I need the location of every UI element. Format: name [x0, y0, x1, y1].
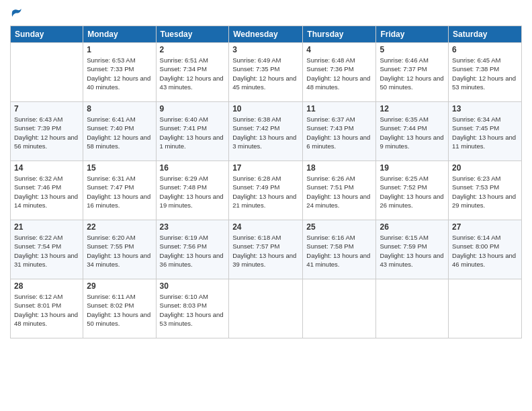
day-number: 15: [87, 163, 152, 173]
day-number: 24: [232, 222, 299, 232]
calendar-cell: 9 Sunrise: 6:40 AM Sunset: 7:41 PM Dayli…: [156, 102, 229, 161]
daylight-text: Daylight: 12 hours and 48 minutes.: [306, 74, 372, 92]
day-info: Sunrise: 6:11 AM Sunset: 8:02 PM Dayligh…: [87, 292, 152, 328]
daylight-text: Daylight: 13 hours and 43 minutes.: [380, 251, 445, 269]
day-info: Sunrise: 6:16 AM Sunset: 7:58 PM Dayligh…: [306, 233, 372, 269]
sunset-text: Sunset: 7:44 PM: [380, 124, 445, 132]
sunset-text: Sunset: 7:39 PM: [14, 124, 79, 132]
daylight-text: Daylight: 13 hours and 39 minutes.: [232, 251, 299, 269]
sunrise-text: Sunrise: 6:11 AM: [87, 292, 152, 301]
day-info: Sunrise: 6:43 AM Sunset: 7:39 PM Dayligh…: [14, 115, 79, 150]
sunrise-text: Sunrise: 6:23 AM: [452, 174, 518, 183]
day-info: Sunrise: 6:38 AM Sunset: 7:42 PM Dayligh…: [232, 115, 299, 150]
daylight-text: Daylight: 13 hours and 53 minutes.: [160, 310, 226, 328]
sunrise-text: Sunrise: 6:12 AM: [14, 292, 79, 301]
sunset-text: Sunset: 7:42 PM: [232, 124, 299, 132]
sunset-text: Sunset: 7:48 PM: [160, 183, 226, 191]
day-number: 25: [306, 222, 372, 232]
sunrise-text: Sunrise: 6:22 AM: [14, 233, 79, 242]
calendar-cell: 24 Sunrise: 6:18 AM Sunset: 7:57 PM Dayl…: [229, 220, 303, 279]
day-info: Sunrise: 6:40 AM Sunset: 7:41 PM Dayligh…: [160, 115, 226, 150]
sunrise-text: Sunrise: 6:19 AM: [160, 233, 226, 242]
sunrise-text: Sunrise: 6:18 AM: [232, 233, 299, 242]
day-number: 20: [452, 163, 518, 173]
daylight-text: Daylight: 12 hours and 58 minutes.: [87, 133, 152, 151]
sunrise-text: Sunrise: 6:15 AM: [380, 233, 445, 242]
sunset-text: Sunset: 7:57 PM: [232, 242, 299, 250]
day-number: 16: [160, 163, 226, 173]
day-number: 6: [452, 45, 518, 54]
sunset-text: Sunset: 8:01 PM: [14, 301, 79, 310]
day-number: 8: [87, 104, 152, 113]
day-info: Sunrise: 6:45 AM Sunset: 7:38 PM Dayligh…: [452, 56, 518, 91]
daylight-text: Daylight: 13 hours and 50 minutes.: [87, 310, 152, 328]
weekday-header-sunday: Sunday: [11, 26, 83, 43]
weekday-header-friday: Friday: [376, 26, 449, 43]
weekday-header-thursday: Thursday: [303, 26, 376, 43]
sunset-text: Sunset: 7:55 PM: [87, 242, 152, 250]
day-number: 5: [380, 45, 445, 54]
sunset-text: Sunset: 8:03 PM: [160, 301, 226, 310]
day-info: Sunrise: 6:32 AM Sunset: 7:46 PM Dayligh…: [14, 174, 79, 210]
day-number: 18: [306, 163, 372, 173]
day-info: Sunrise: 6:29 AM Sunset: 7:48 PM Dayligh…: [160, 174, 226, 210]
calendar-cell: 23 Sunrise: 6:19 AM Sunset: 7:56 PM Dayl…: [156, 220, 229, 279]
calendar-cell: 17 Sunrise: 6:28 AM Sunset: 7:49 PM Dayl…: [229, 161, 303, 220]
calendar-cell: 13 Sunrise: 6:34 AM Sunset: 7:45 PM Dayl…: [449, 102, 522, 161]
day-info: Sunrise: 6:46 AM Sunset: 7:37 PM Dayligh…: [380, 56, 445, 91]
daylight-text: Daylight: 13 hours and 24 minutes.: [306, 192, 372, 210]
calendar-cell: 5 Sunrise: 6:46 AM Sunset: 7:37 PM Dayli…: [376, 43, 449, 102]
day-number: 17: [232, 163, 299, 173]
day-info: Sunrise: 6:53 AM Sunset: 7:33 PM Dayligh…: [87, 56, 152, 91]
calendar-cell: 20 Sunrise: 6:23 AM Sunset: 7:53 PM Dayl…: [449, 161, 522, 220]
sunset-text: Sunset: 7:40 PM: [87, 124, 152, 132]
day-number: 4: [306, 45, 372, 54]
day-info: Sunrise: 6:23 AM Sunset: 7:53 PM Dayligh…: [452, 174, 518, 210]
daylight-text: Daylight: 13 hours and 6 minutes.: [306, 133, 372, 151]
day-info: Sunrise: 6:19 AM Sunset: 7:56 PM Dayligh…: [160, 233, 226, 269]
sunset-text: Sunset: 7:53 PM: [452, 183, 518, 191]
daylight-text: Daylight: 13 hours and 36 minutes.: [160, 251, 226, 269]
header: [10, 7, 522, 20]
sunrise-text: Sunrise: 6:45 AM: [452, 56, 518, 64]
calendar-cell: 14 Sunrise: 6:32 AM Sunset: 7:46 PM Dayl…: [11, 161, 83, 220]
sunrise-text: Sunrise: 6:40 AM: [160, 115, 226, 124]
sunset-text: Sunset: 7:58 PM: [306, 242, 372, 250]
day-info: Sunrise: 6:48 AM Sunset: 7:36 PM Dayligh…: [306, 56, 372, 91]
sunrise-text: Sunrise: 6:31 AM: [87, 174, 152, 183]
sunset-text: Sunset: 8:00 PM: [452, 242, 518, 250]
sunrise-text: Sunrise: 6:34 AM: [452, 115, 518, 124]
daylight-text: Daylight: 13 hours and 3 minutes.: [232, 133, 299, 151]
day-number: 11: [306, 104, 372, 113]
sunrise-text: Sunrise: 6:16 AM: [306, 233, 372, 242]
day-info: Sunrise: 6:26 AM Sunset: 7:51 PM Dayligh…: [306, 174, 372, 210]
sunset-text: Sunset: 7:52 PM: [380, 183, 445, 191]
calendar-cell: 18 Sunrise: 6:26 AM Sunset: 7:51 PM Dayl…: [303, 161, 376, 220]
day-info: Sunrise: 6:41 AM Sunset: 7:40 PM Dayligh…: [87, 115, 152, 150]
week-row-2: 7 Sunrise: 6:43 AM Sunset: 7:39 PM Dayli…: [11, 102, 522, 161]
sunset-text: Sunset: 8:02 PM: [87, 301, 152, 310]
daylight-text: Daylight: 13 hours and 29 minutes.: [452, 192, 518, 210]
daylight-text: Daylight: 13 hours and 41 minutes.: [306, 251, 372, 269]
daylight-text: Daylight: 13 hours and 11 minutes.: [452, 133, 518, 151]
calendar-cell: 11 Sunrise: 6:37 AM Sunset: 7:43 PM Dayl…: [303, 102, 376, 161]
day-info: Sunrise: 6:34 AM Sunset: 7:45 PM Dayligh…: [452, 115, 518, 150]
sunset-text: Sunset: 7:45 PM: [452, 124, 518, 132]
sunrise-text: Sunrise: 6:20 AM: [87, 233, 152, 242]
sunrise-text: Sunrise: 6:26 AM: [306, 174, 372, 183]
calendar-cell: 26 Sunrise: 6:15 AM Sunset: 7:59 PM Dayl…: [376, 220, 449, 279]
day-number: 12: [380, 104, 445, 113]
daylight-text: Daylight: 13 hours and 1 minute.: [160, 133, 226, 151]
sunrise-text: Sunrise: 6:51 AM: [160, 56, 226, 64]
sunset-text: Sunset: 7:49 PM: [232, 183, 299, 191]
day-info: Sunrise: 6:15 AM Sunset: 7:59 PM Dayligh…: [380, 233, 445, 269]
sunrise-text: Sunrise: 6:37 AM: [306, 115, 372, 124]
day-info: Sunrise: 6:10 AM Sunset: 8:03 PM Dayligh…: [160, 292, 226, 328]
daylight-text: Daylight: 13 hours and 14 minutes.: [14, 192, 79, 210]
day-number: 28: [14, 281, 79, 291]
calendar-cell: 21 Sunrise: 6:22 AM Sunset: 7:54 PM Dayl…: [11, 220, 83, 279]
calendar-cell: 8 Sunrise: 6:41 AM Sunset: 7:40 PM Dayli…: [83, 102, 156, 161]
calendar-cell: 15 Sunrise: 6:31 AM Sunset: 7:47 PM Dayl…: [83, 161, 156, 220]
sunset-text: Sunset: 7:59 PM: [380, 242, 445, 250]
sunrise-text: Sunrise: 6:41 AM: [87, 115, 152, 124]
